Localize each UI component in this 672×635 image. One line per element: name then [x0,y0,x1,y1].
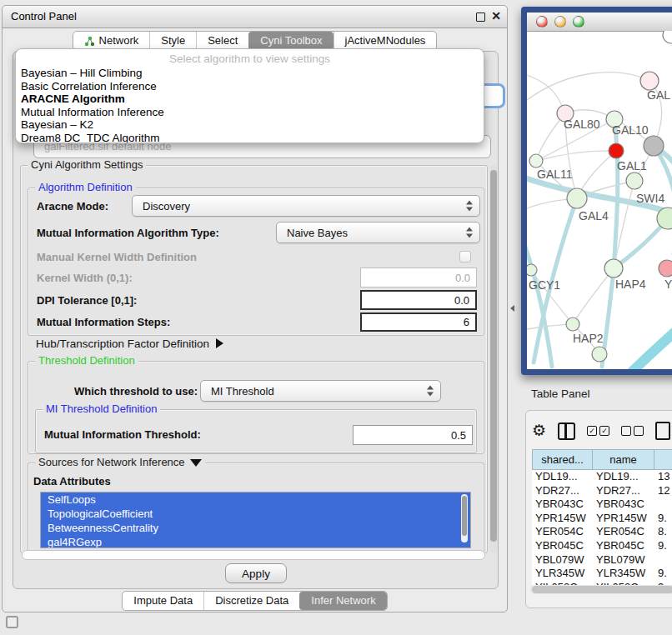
dpi-tolerance-field[interactable]: 0.0 [360,290,477,310]
network-edge[interactable] [627,330,672,369]
network-window-titlebar[interactable] [527,12,672,32]
node-label-gal10: GAL10 [612,123,649,137]
network-icon [84,36,95,47]
column-header-name[interactable]: name [593,449,654,470]
table-cell: YBR045C [593,539,654,553]
dropdown-item-bayesian-k2[interactable]: Bayesian – K2 [16,118,484,132]
network-node[interactable] [626,172,643,189]
network-node[interactable] [640,72,659,90]
kernel-width-field[interactable]: 0.0 [360,268,477,288]
network-node[interactable] [604,259,623,278]
hub-tf-definition-label: Hub/Transcription Factor Definition [36,338,209,350]
tab-style[interactable]: Style [149,32,196,50]
settings-scrollbar[interactable] [489,165,498,553]
which-threshold-combo[interactable]: MI Threshold [200,380,441,402]
network-edge[interactable] [527,72,649,100]
mi-type-label: Mutual Information Algorithm Type: [37,227,219,239]
attributes-scrollbar[interactable] [461,494,468,542]
table-cell: 13 [654,470,672,484]
network-edge[interactable] [527,242,552,367]
attribute-item-topologicalcoefficient[interactable]: TopologicalCoefficient [41,507,470,521]
dpi-tolerance-label: DPI Tolerance [0,1]: [37,294,137,307]
attribute-item-selfloops[interactable]: SelfLoops [41,492,470,507]
table-cell: YBL079W [532,553,593,568]
network-node[interactable] [644,136,664,156]
attribute-item-betweennesscentrality[interactable]: BetweennessCentrality [41,521,470,535]
sources-title[interactable]: Sources for Network Inference [35,456,205,468]
mi-steps-field[interactable]: 6 [360,312,477,332]
panel-divider-arrow-icon[interactable] [510,305,514,312]
split-columns-icon[interactable] [558,422,575,440]
tab-infer-network[interactable]: Infer Network [299,592,386,610]
apply-button[interactable]: Apply [225,563,287,583]
table-cell: 9. [654,539,672,553]
network-edge[interactable] [536,151,616,161]
network-node[interactable] [567,188,587,208]
network-node[interactable] [566,318,579,331]
network-node[interactable] [527,264,537,276]
tab-label: Select [208,32,238,50]
aracne-mode-combo[interactable]: Discovery [132,195,480,217]
network-canvas[interactable]: GALGAL80GAL10GAL11GAL1SWI4GAL4GCY1HAP4YH… [527,31,672,369]
table-row[interactable]: YPR145WYPR145W9. [532,512,672,526]
node-label-gal11: GAL11 [537,168,573,181]
dropdown-item-basic-correlation-inference[interactable]: Basic Correlation Inference [16,80,484,93]
table-cell: 9. [654,512,672,526]
close-window-icon[interactable]: ✕ [491,9,501,22]
data-attributes-list[interactable]: SelfLoopsTopologicalCoefficientBetweenne… [40,492,471,548]
manual-kernel-label: Manual Kernel Width Definition [37,251,197,263]
which-threshold-value: MI Threshold [211,385,274,398]
tab-discretize-data[interactable]: Discretize Data [203,592,299,610]
control-panel-title: Control Panel [11,10,77,22]
network-node[interactable] [609,143,624,158]
table-row[interactable]: YDR27...YDR27...12 [532,484,672,498]
tab-impute-data[interactable]: Impute Data [123,592,203,610]
dropdown-item-bayesian-hill-climbing[interactable]: Bayesian – Hill Climbing [16,67,484,80]
export-table-icon[interactable] [655,422,670,440]
bottom-tab-group: Impute DataDiscretize DataInfer Network [122,591,387,611]
select-all-icon[interactable]: ✓ ✓ [587,426,609,436]
network-view-window[interactable]: GALGAL80GAL10GAL11GAL1SWI4GAL4GCY1HAP4YH… [521,7,672,375]
table-row[interactable]: YBL079WYBL079W [532,553,672,568]
unchecked-box-icon [634,426,644,436]
column-header-hidden[interactable] [654,449,672,470]
table-row[interactable]: YBR043CYBR043C [532,498,672,512]
mi-algorithm-type-combo[interactable]: Naive Bayes [276,222,480,243]
zoom-light[interactable] [573,16,584,28]
manual-kernel-checkbox[interactable] [459,251,471,262]
tab-cyni-toolbox[interactable]: Cyni Toolbox [248,32,333,50]
table-row[interactable]: YER054CYER054C8. [532,525,672,539]
dropdown-item-aracne-algorithm[interactable]: ARACNE Algorithm [16,92,484,106]
table-row[interactable]: YLR345WYLR345W9. [532,567,672,581]
table-cell: YBR043C [593,498,654,512]
table-row[interactable]: YBR045CYBR045C9. [532,539,672,553]
network-node[interactable] [529,154,543,168]
float-window-icon[interactable] [476,12,485,22]
network-node[interactable] [659,260,672,277]
mi-threshold-field[interactable]: 0.5 [353,425,473,445]
network-node[interactable] [663,31,672,43]
minimize-light[interactable] [554,16,566,28]
settings-horizontal-scrollbar[interactable] [22,550,485,560]
collapsed-panel-icon[interactable] [6,616,18,628]
hub-tf-definition-expander[interactable]: Hub/Transcription Factor Definition [36,338,223,350]
network-node[interactable] [592,347,607,362]
dropdown-item-dream8-dc-tdc-algorithm[interactable]: Dream8 DC_TDC Algorithm [16,132,484,143]
tab-label: Impute Data [133,592,193,610]
mi-type-value: Naive Bayes [287,227,348,239]
dropdown-item-mutual-information-inference[interactable]: Mutual Information Inference [16,106,484,119]
mi-steps-label: Mutual Information Steps: [37,316,170,328]
deselect-all-icon[interactable] [621,426,644,436]
attribute-item-gal4rgexp[interactable]: gal4RGexp [41,535,470,548]
unchecked-box-icon [621,426,631,436]
gear-icon[interactable]: ⚙ [532,422,546,439]
tab-jactivemnodules[interactable]: jActiveMNodules [333,32,437,50]
mi-threshold-definition-group: MI Threshold Definition Mutual Informati… [35,409,477,453]
tab-select[interactable]: Select [196,32,248,50]
tab-network[interactable]: Network [73,32,150,50]
close-light[interactable] [536,16,548,28]
table-cell: YBL079W [593,553,654,568]
table-horizontal-scrollbar[interactable] [530,585,672,594]
column-header-shared[interactable]: shared... [532,449,593,470]
table-row[interactable]: YDL19...YDL19...13 [532,470,672,484]
